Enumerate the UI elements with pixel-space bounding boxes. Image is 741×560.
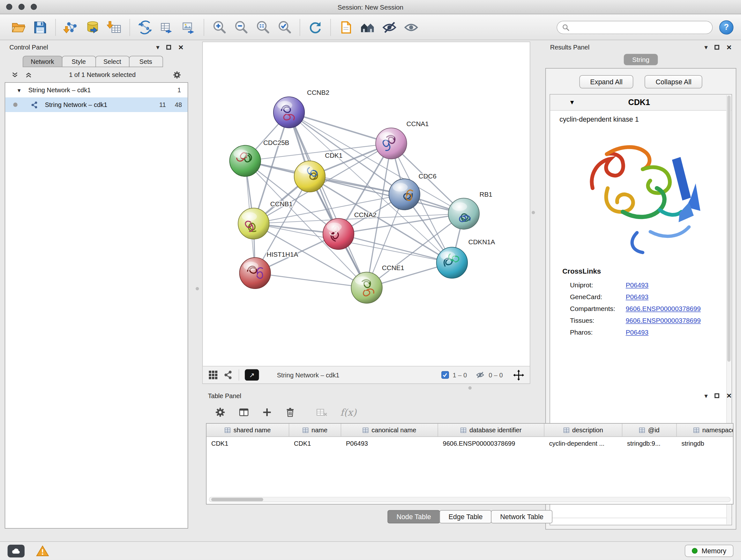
tab-edge-table[interactable]: Edge Table [440, 510, 491, 523]
import-table-button[interactable] [104, 17, 125, 37]
crosslink-link[interactable]: P06493 [626, 281, 649, 289]
table-cell[interactable]: CDK1 [289, 440, 341, 447]
disclosure-triangle-icon[interactable]: ▼ [569, 99, 575, 106]
import-network-from-database-button[interactable] [82, 17, 104, 37]
save-session-button[interactable] [29, 17, 51, 37]
collapse-panel-icon[interactable]: ▾ [704, 44, 708, 51]
disclosure-triangle-icon[interactable]: ▼ [17, 87, 22, 93]
vertical-splitter-handle[interactable] [532, 211, 535, 214]
network-edge[interactable] [255, 273, 367, 288]
network-edge[interactable] [254, 194, 404, 224]
export-image-button[interactable] [178, 17, 199, 37]
birdseye-view-button[interactable] [357, 17, 379, 37]
protein-node-ccna1[interactable]: CCNA1 [376, 120, 428, 159]
table-cell[interactable]: CDK1 [206, 440, 289, 447]
hide-selected-button[interactable] [379, 17, 400, 37]
zoom-out-button[interactable] [230, 17, 252, 37]
network-view-title: String Network – cdk1 [277, 371, 340, 378]
column-header-@id[interactable]: @id [622, 424, 677, 436]
export-table-button[interactable] [156, 17, 178, 37]
new-network-from-selection-button[interactable] [134, 17, 156, 37]
gene-card-header[interactable]: ▼ CDK1 [550, 95, 732, 111]
protein-node-cdkn1a[interactable]: CDKN1A [436, 238, 495, 278]
close-window-button[interactable] [6, 4, 12, 10]
protein-node-hist1h1a[interactable]: HIST1H1A [239, 251, 298, 289]
selected-checkbox-icon[interactable] [441, 371, 449, 379]
node-count: 11 [150, 101, 165, 108]
cloud-button[interactable] [8, 544, 24, 557]
horizontal-splitter-handle[interactable] [468, 386, 472, 389]
protein-node-ccnb1[interactable]: CCNB1 [238, 200, 293, 239]
protein-node-cdk1[interactable]: CDK1 [294, 152, 343, 192]
table-settings-gear-icon[interactable] [214, 407, 226, 418]
crosslink-link[interactable]: 9606.ENSP00000378699 [626, 305, 701, 312]
network-canvas[interactable]: CCNB2CCNA1CDC25BCDK1CDC6RB1CCNB1CCNA2CDK… [203, 42, 531, 366]
column-header-name[interactable]: name [289, 424, 341, 436]
crosslink-link[interactable]: 9606.ENSP00000378699 [626, 316, 701, 324]
network-row[interactable]: String Network – cdk1 11 48 [5, 98, 188, 112]
column-header-namespace[interactable]: namespace [677, 424, 734, 436]
float-panel-icon[interactable] [715, 393, 720, 398]
collapse-panel-icon[interactable]: ▾ [704, 392, 708, 399]
maximize-window-button[interactable] [30, 4, 37, 10]
warning-icon[interactable] [36, 545, 49, 557]
search-field[interactable] [556, 20, 713, 34]
protein-node-rb1[interactable]: RB1 [448, 191, 492, 229]
tab-sets[interactable]: Sets [129, 56, 163, 67]
table-cell[interactable]: P06493 [341, 440, 438, 447]
column-header-description[interactable]: description [544, 424, 622, 436]
close-panel-icon[interactable]: × [727, 43, 732, 52]
float-panel-icon[interactable] [715, 45, 720, 50]
network-edge[interactable] [289, 112, 367, 288]
network-collection-row[interactable]: ▼ String Network – cdk1 1 [5, 83, 188, 98]
zoom-fit-button[interactable] [252, 17, 273, 37]
search-input[interactable] [573, 23, 708, 30]
vertical-splitter-handle[interactable] [196, 287, 199, 290]
tab-network-table[interactable]: Network Table [491, 510, 552, 523]
pan-crosshair-icon[interactable] [513, 369, 524, 380]
minimize-window-button[interactable] [18, 4, 24, 10]
grid-view-icon[interactable] [208, 370, 218, 380]
table-cell[interactable]: stringdb:9... [622, 440, 677, 447]
column-header-database-identifier[interactable]: database identifier [438, 424, 544, 436]
share-view-icon[interactable] [223, 370, 233, 380]
table-cell[interactable]: 9606.ENSP00000378699 [438, 440, 544, 447]
show-columns-icon[interactable] [238, 407, 250, 418]
table-horizontal-scrollbar[interactable] [209, 497, 731, 502]
show-all-button[interactable] [400, 17, 422, 37]
memory-button[interactable]: Memory [684, 545, 733, 557]
crosslink-link[interactable]: P06493 [626, 293, 649, 300]
column-header-shared-name[interactable]: shared name [206, 424, 289, 436]
table-cell[interactable]: stringdb [677, 440, 734, 447]
import-network-button[interactable] [60, 17, 82, 37]
tab-style[interactable]: Style [62, 56, 96, 67]
open-session-button[interactable] [8, 17, 29, 37]
delete-column-trash-icon[interactable] [284, 407, 296, 418]
protein-node-cdc6[interactable]: CDC6 [389, 172, 436, 210]
expand-all-button[interactable]: Expand All [579, 75, 633, 88]
gear-icon[interactable] [173, 70, 182, 79]
close-panel-icon[interactable]: × [727, 391, 732, 400]
collapse-panel-icon[interactable]: ▾ [156, 44, 159, 51]
column-header-canonical-name[interactable]: canonical name [341, 424, 438, 436]
crosslink-link[interactable]: P06493 [626, 328, 649, 336]
annotation-button[interactable] [335, 17, 357, 37]
collapse-all-icon[interactable] [25, 71, 32, 78]
network-edge[interactable] [289, 112, 391, 143]
tab-network[interactable]: Network [23, 56, 62, 67]
tab-select[interactable]: Select [95, 56, 129, 67]
help-button[interactable]: ? [719, 20, 733, 34]
refresh-layout-button[interactable] [305, 17, 326, 37]
table-cell[interactable]: cyclin-dependent ... [544, 440, 622, 447]
close-panel-icon[interactable]: × [179, 43, 184, 52]
collapse-all-button[interactable]: Collapse All [645, 75, 702, 88]
open-in-new-view-button[interactable]: ↗ [245, 369, 259, 381]
float-panel-icon[interactable] [166, 45, 172, 50]
expand-all-icon[interactable] [11, 71, 18, 78]
zoom-in-button[interactable] [208, 17, 230, 37]
tab-node-table[interactable]: Node Table [387, 510, 440, 523]
add-column-plus-icon[interactable] [262, 407, 272, 418]
tab-string[interactable]: String [623, 54, 658, 65]
table-row[interactable]: CDK1CDK1P064939606.ENSP00000378699cyclin… [206, 437, 733, 450]
zoom-selected-button[interactable] [273, 17, 295, 37]
